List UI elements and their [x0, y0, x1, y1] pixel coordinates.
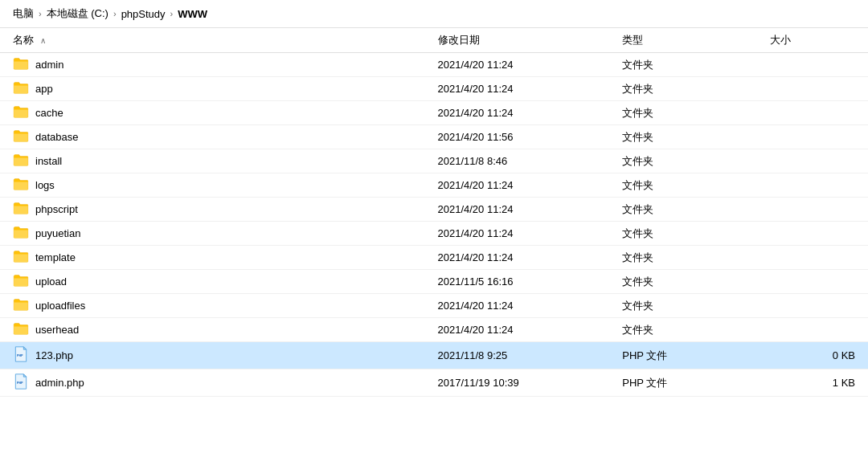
- table-row[interactable]: app2021/4/20 11:24文件夹: [0, 77, 868, 101]
- file-list: admin2021/4/20 11:24文件夹 app2021/4/20 11:…: [0, 53, 868, 397]
- file-name-cell-4: install: [0, 149, 425, 173]
- breadcrumb-sep-2: ›: [113, 9, 117, 18]
- file-size: [757, 53, 868, 77]
- file-date: 2021/11/8 8:46: [425, 149, 610, 173]
- folder-icon: [13, 226, 29, 241]
- file-name-cell-10: uploadfiles: [0, 294, 425, 318]
- table-row[interactable]: template2021/4/20 11:24文件夹: [0, 246, 868, 270]
- file-type: 文件夹: [609, 149, 757, 173]
- file-name-text: app: [35, 83, 53, 95]
- file-name-text: admin.php: [35, 377, 84, 389]
- file-type: 文件夹: [609, 246, 757, 270]
- file-name-cell-9: upload: [0, 270, 425, 294]
- file-type: 文件夹: [609, 101, 757, 125]
- breadcrumb-sep-1: ›: [39, 9, 42, 18]
- file-size: 1 KB: [757, 369, 868, 397]
- file-type: 文件夹: [609, 318, 757, 342]
- file-date: 2021/4/20 11:24: [425, 198, 610, 222]
- file-date: 2017/11/19 10:39: [425, 369, 610, 397]
- folder-icon: [13, 81, 29, 96]
- table-row[interactable]: PHP 123.php2021/11/8 9:25PHP 文件0 KB: [0, 342, 868, 369]
- table-row[interactable]: database2021/4/20 11:56文件夹: [0, 125, 868, 149]
- file-explorer: 名称 ∧ 修改日期 类型 大小 admin2021/4/20 11:24文件夹 …: [0, 28, 868, 453]
- table-header-row: 名称 ∧ 修改日期 类型 大小: [0, 28, 868, 53]
- file-type: 文件夹: [609, 294, 757, 318]
- file-name-text: install: [35, 155, 62, 167]
- file-date: 2021/4/20 11:24: [425, 101, 610, 125]
- svg-text:PHP: PHP: [17, 353, 23, 357]
- file-name-cell-13: PHP admin.php: [0, 369, 425, 397]
- col-header-name[interactable]: 名称 ∧: [0, 28, 425, 53]
- file-name-text: template: [35, 251, 76, 263]
- file-name-cell-6: phpscript: [0, 198, 425, 222]
- breadcrumb-item-phpstudy[interactable]: phpStudy: [121, 8, 166, 20]
- file-name-cell-3: database: [0, 125, 425, 149]
- file-name-text: admin: [35, 59, 63, 71]
- file-type: PHP 文件: [609, 369, 757, 397]
- folder-icon: [13, 202, 29, 217]
- file-type: 文件夹: [609, 198, 757, 222]
- file-size: [757, 270, 868, 294]
- file-name-text: upload: [35, 275, 67, 288]
- folder-icon: [13, 57, 29, 72]
- file-name-cell-8: template: [0, 246, 425, 270]
- folder-icon: [13, 129, 29, 145]
- folder-icon: [13, 153, 29, 169]
- table-row[interactable]: uploadfiles2021/4/20 11:24文件夹: [0, 294, 868, 318]
- folder-icon: [13, 105, 29, 120]
- file-size: [757, 198, 868, 222]
- file-size: 0 KB: [757, 342, 868, 369]
- table-row[interactable]: phpscript2021/4/20 11:24文件夹: [0, 198, 868, 222]
- file-type: 文件夹: [609, 77, 757, 101]
- sort-icon: ∧: [40, 36, 46, 45]
- file-date: 2021/4/20 11:24: [425, 53, 610, 77]
- file-size: [757, 101, 868, 125]
- breadcrumb-item-drive[interactable]: 本地磁盘 (C:): [47, 6, 108, 21]
- file-date: 2021/4/20 11:24: [425, 222, 610, 246]
- file-size: [757, 246, 868, 270]
- file-date: 2021/4/20 11:24: [425, 318, 610, 342]
- breadcrumb: 电脑 › 本地磁盘 (C:) › phpStudy › WWW: [0, 0, 868, 28]
- table-row[interactable]: admin2021/4/20 11:24文件夹: [0, 53, 868, 77]
- file-type: 文件夹: [609, 270, 757, 294]
- file-size: [757, 318, 868, 342]
- file-name-text: database: [35, 131, 79, 143]
- col-header-type[interactable]: 类型: [609, 28, 757, 53]
- file-type: PHP 文件: [609, 342, 757, 369]
- col-header-date[interactable]: 修改日期: [425, 28, 610, 53]
- breadcrumb-item-www[interactable]: WWW: [178, 8, 207, 20]
- file-type: 文件夹: [609, 125, 757, 149]
- table-row[interactable]: userhead2021/4/20 11:24文件夹: [0, 318, 868, 342]
- table-row[interactable]: puyuetian2021/4/20 11:24文件夹: [0, 222, 868, 246]
- file-name-cell-0: admin: [0, 53, 425, 77]
- file-name-text: logs: [35, 179, 55, 191]
- table-row[interactable]: cache2021/4/20 11:24文件夹: [0, 101, 868, 125]
- table-row[interactable]: PHP admin.php2017/11/19 10:39PHP 文件1 KB: [0, 369, 868, 397]
- file-date: 2021/11/5 16:16: [425, 270, 610, 294]
- file-table: 名称 ∧ 修改日期 类型 大小 admin2021/4/20 11:24文件夹 …: [0, 28, 868, 397]
- folder-icon: [13, 177, 29, 193]
- file-type: 文件夹: [609, 53, 757, 77]
- col-header-size[interactable]: 大小: [757, 28, 868, 53]
- file-type: 文件夹: [609, 222, 757, 246]
- file-size: [757, 294, 868, 318]
- file-name-cell-5: logs: [0, 173, 425, 198]
- file-size: [757, 125, 868, 149]
- file-size: [757, 222, 868, 246]
- php-file-icon: PHP: [13, 346, 29, 365]
- table-row[interactable]: install2021/11/8 8:46文件夹: [0, 149, 868, 173]
- breadcrumb-item-computer[interactable]: 电脑: [13, 6, 34, 21]
- file-name-text: phpscript: [35, 203, 78, 215]
- file-date: 2021/4/20 11:24: [425, 173, 610, 198]
- file-type: 文件夹: [609, 173, 757, 198]
- file-date: 2021/4/20 11:24: [425, 294, 610, 318]
- svg-text:PHP: PHP: [17, 381, 23, 385]
- table-row[interactable]: logs2021/4/20 11:24文件夹: [0, 173, 868, 198]
- breadcrumb-sep-3: ›: [170, 9, 174, 18]
- file-date: 2021/4/20 11:24: [425, 77, 610, 101]
- table-row[interactable]: upload2021/11/5 16:16文件夹: [0, 270, 868, 294]
- file-name-text: 123.php: [35, 349, 73, 361]
- file-name-cell-12: PHP 123.php: [0, 342, 425, 369]
- file-name-text: cache: [35, 107, 63, 119]
- file-date: 2021/4/20 11:56: [425, 125, 610, 149]
